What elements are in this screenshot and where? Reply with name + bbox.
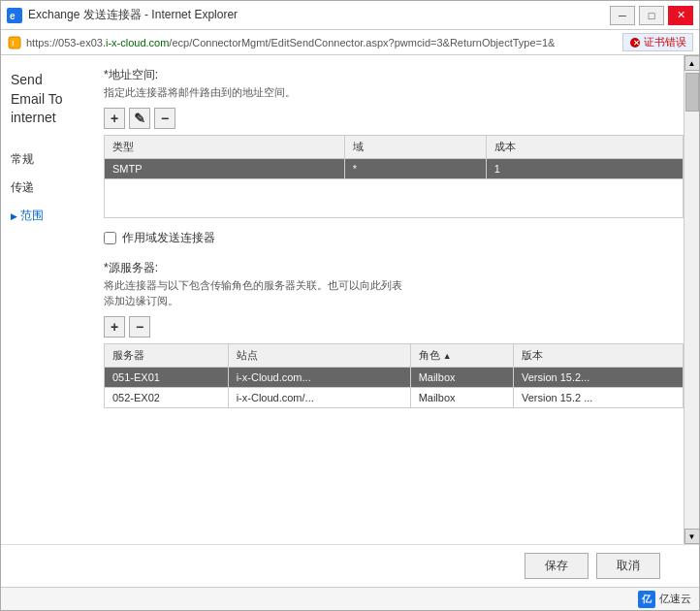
source-server-toolbar: + − — [104, 316, 684, 338]
sidebar-item-delivery[interactable]: 传递 — [11, 176, 79, 200]
source-server-desc: 将此连接器与以下包含传输角色的服务器关联。也可以向此列表 添加边缘订阅。 — [104, 278, 684, 308]
maximize-button[interactable]: □ — [639, 6, 664, 25]
cell-type: SMTP — [105, 159, 345, 179]
sidebar-item-general[interactable]: 常规 — [11, 147, 79, 172]
scoped-connector-row: 作用域发送连接器 — [104, 230, 684, 246]
scoped-connector-label: 作用域发送连接器 — [122, 230, 215, 246]
app-icon: e — [7, 8, 22, 23]
cell-server: 052-EX02 — [105, 388, 229, 408]
app-window: e Exchange 发送连接器 - Internet Explorer ─ □… — [0, 0, 700, 611]
remove-address-button[interactable]: − — [154, 108, 175, 129]
scroll-up-button[interactable]: ▲ — [684, 55, 700, 71]
col-role-text: 角色 — [419, 349, 440, 361]
edit-address-button[interactable]: ✎ — [129, 108, 150, 129]
address-space-label-text: *地址空间: — [104, 68, 158, 81]
address-bar: ! https://053-ex03.i-x-cloud.com/ecp/Con… — [1, 30, 699, 55]
col-version: 版本 — [513, 344, 683, 368]
svg-rect-2 — [9, 37, 20, 48]
address-space-desc: 指定此连接器将邮件路由到的地址空间。 — [104, 85, 684, 100]
table-row[interactable]: SMTP * 1 — [105, 159, 684, 179]
action-bar: 保存 取消 — [1, 544, 699, 587]
col-domain: 域 — [344, 136, 486, 159]
remove-server-button[interactable]: − — [129, 316, 150, 338]
add-server-button[interactable]: + — [104, 316, 125, 338]
edit-icon: ✎ — [134, 111, 145, 126]
window-title: Exchange 发送连接器 - Internet Explorer — [28, 7, 610, 23]
sort-arrow-icon: ▲ — [443, 351, 452, 361]
window-controls: ─ □ ✕ — [610, 6, 693, 25]
table-row[interactable]: 052-EX02 i-x-Cloud.com/... Mailbox Versi… — [105, 388, 684, 408]
url-domain: i-x-cloud.com — [106, 37, 169, 48]
cert-error-badge[interactable]: ✕ 证书错误 — [622, 33, 693, 51]
scoped-connector-checkbox[interactable] — [104, 232, 116, 244]
cancel-button[interactable]: 取消 — [596, 553, 660, 579]
cell-role: Mailbox — [410, 368, 513, 388]
address-space-section: *地址空间: 指定此连接器将邮件路由到的地址空间。 + ✎ − 类型 域 — [104, 67, 684, 218]
cell-site: i-x-Cloud.com... — [228, 368, 410, 388]
cell-domain: * — [344, 159, 486, 179]
scrollbar[interactable]: ▲ ▼ — [684, 55, 699, 544]
source-server-section: *源服务器: 将此连接器与以下包含传输角色的服务器关联。也可以向此列表 添加边缘… — [104, 260, 684, 408]
address-space-table: 类型 域 成本 SMTP * 1 — [104, 135, 684, 218]
sidebar: Send Email To internet 常规 传递 范围 — [1, 55, 88, 544]
brand-name: 亿速云 — [659, 592, 691, 606]
page-title: Send Email To internet — [11, 71, 79, 128]
security-icon: ! — [7, 35, 22, 50]
brand-area: 亿 亿速云 — [638, 591, 691, 608]
sidebar-item-scope[interactable]: 范围 — [11, 204, 79, 228]
cell-server: 051-EX01 — [105, 368, 229, 388]
cell-site: i-x-Cloud.com/... — [228, 388, 410, 408]
source-server-table: 服务器 站点 角色 ▲ 版本 051-EX01 i-x-Cloud — [104, 343, 684, 408]
url-path: /ecp/ConnectorMgmt/EditSendConnector.asp… — [169, 37, 555, 48]
scroll-thumb[interactable] — [685, 73, 699, 112]
brand-logo-icon: 亿 — [638, 591, 655, 608]
main-panel: *地址空间: 指定此连接器将邮件路由到的地址空间。 + ✎ − 类型 域 — [88, 55, 699, 544]
scroll-down-button[interactable]: ▼ — [684, 529, 700, 544]
source-server-label-text: *源服务器: — [104, 261, 158, 274]
cert-error-label: 证书错误 — [644, 35, 686, 49]
cell-cost: 1 — [486, 159, 683, 179]
cell-version: Version 15.2 ... — [513, 388, 683, 408]
url-prefix: https://053-ex03. — [26, 37, 106, 48]
address-space-toolbar: + ✎ − — [104, 108, 684, 129]
svg-text:!: ! — [12, 39, 15, 48]
address-space-label: *地址空间: — [104, 67, 684, 83]
content-area: Send Email To internet 常规 传递 范围 *地址空间: 指… — [1, 55, 699, 544]
close-button[interactable]: ✕ — [668, 6, 693, 25]
col-role[interactable]: 角色 ▲ — [410, 344, 513, 368]
col-site: 站点 — [228, 344, 410, 368]
add-address-button[interactable]: + — [104, 108, 125, 129]
col-server: 服务器 — [105, 344, 229, 368]
svg-text:e: e — [10, 11, 16, 21]
title-bar: e Exchange 发送连接器 - Internet Explorer ─ □… — [1, 1, 699, 30]
footer: 亿 亿速云 — [1, 587, 699, 610]
url-display[interactable]: https://053-ex03.i-x-cloud.com/ecp/Conne… — [26, 37, 622, 48]
cert-error-icon: ✕ — [629, 37, 641, 48]
col-type: 类型 — [105, 136, 345, 159]
svg-text:✕: ✕ — [633, 39, 640, 48]
cell-version: Version 15.2... — [513, 368, 683, 388]
minimize-button[interactable]: ─ — [610, 6, 635, 25]
cell-role: Mailbox — [410, 388, 513, 408]
col-cost: 成本 — [486, 136, 683, 159]
table-empty-row — [105, 179, 684, 218]
save-button[interactable]: 保存 — [525, 553, 589, 579]
table-row[interactable]: 051-EX01 i-x-Cloud.com... Mailbox Versio… — [105, 368, 684, 388]
source-server-label: *源服务器: — [104, 260, 684, 276]
